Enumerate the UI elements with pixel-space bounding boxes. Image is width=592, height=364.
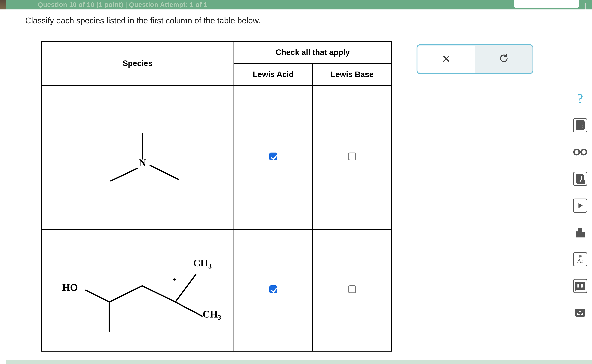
svg-point-19 xyxy=(574,150,579,155)
svg-line-5 xyxy=(109,286,142,302)
svg-point-18 xyxy=(581,127,582,128)
play-icon xyxy=(575,201,585,211)
svg-rect-30 xyxy=(577,232,579,237)
svg-line-3 xyxy=(86,290,109,302)
checkbox-row1-base[interactable] xyxy=(348,153,356,160)
header-bar: Question 10 of 10 (1 point) | Question A… xyxy=(6,0,592,9)
svg-rect-31 xyxy=(579,229,581,237)
svg-line-27 xyxy=(584,183,585,184)
book-icon xyxy=(575,281,585,291)
atom-label-CH3-a: CH3 xyxy=(193,257,212,270)
stats-button[interactable] xyxy=(573,225,587,240)
svg-line-6 xyxy=(142,286,175,302)
reference-button[interactable] xyxy=(573,279,587,293)
species-cell-2: HO + CH3 CH3 xyxy=(41,229,234,351)
table-row: HO + CH3 CH3 xyxy=(41,229,392,351)
mail-button[interactable] xyxy=(573,306,587,320)
svg-point-20 xyxy=(581,150,586,155)
svg-rect-12 xyxy=(578,122,582,124)
header-lewis-acid: Lewis Acid xyxy=(234,63,313,85)
svg-point-34 xyxy=(579,289,581,291)
periodic-symbol-label: Ar xyxy=(577,258,583,264)
bar-chart-icon xyxy=(575,228,585,237)
glasses-button[interactable] xyxy=(573,145,587,159)
checkbox-row2-acid[interactable] xyxy=(269,285,277,293)
atom-label-CH3-b: CH3 xyxy=(202,308,221,321)
periodic-table-button[interactable]: 18 Ar xyxy=(573,252,587,266)
glasses-icon xyxy=(573,147,587,157)
svg-marker-28 xyxy=(579,203,583,208)
periodic-mass-label: 18 xyxy=(579,255,582,258)
reset-icon xyxy=(499,54,508,64)
left-stripe-decor xyxy=(0,0,6,9)
footer-bar xyxy=(6,360,592,364)
svg-line-7 xyxy=(175,274,196,302)
molecule-carbocation: HO + CH3 CH3 xyxy=(42,230,234,351)
table-row: N xyxy=(41,85,392,229)
species-cell-1: N xyxy=(41,85,234,229)
notes-icon xyxy=(575,174,585,184)
svg-line-8 xyxy=(175,302,202,316)
menu-handle-icon[interactable] xyxy=(584,3,586,9)
header-lewis-base: Lewis Base xyxy=(313,63,392,85)
svg-rect-32 xyxy=(582,233,584,236)
atom-label-N: N xyxy=(139,157,146,169)
question-body: Classify each species listed in the firs… xyxy=(6,9,592,364)
header-species: Species xyxy=(41,41,234,85)
cell-acid-1 xyxy=(234,85,313,229)
classification-table: Species Check all that apply Lewis Acid … xyxy=(41,41,392,351)
video-button[interactable] xyxy=(573,199,587,213)
feedback-panel xyxy=(417,44,533,74)
help-button[interactable]: ? xyxy=(573,91,587,106)
calculator-icon xyxy=(575,120,585,130)
cell-acid-2 xyxy=(234,229,313,351)
reset-button[interactable] xyxy=(475,45,532,73)
cell-base-2 xyxy=(313,229,392,351)
molecule-trimethylamine: N xyxy=(42,86,234,229)
question-breadcrumb: Question 10 of 10 (1 point) | Question A… xyxy=(38,1,208,8)
header-dropdown-panel[interactable] xyxy=(513,0,579,8)
svg-line-2 xyxy=(150,165,178,179)
charge-plus: + xyxy=(173,275,177,284)
question-prompt: Classify each species listed in the firs… xyxy=(25,16,261,25)
viewport: Question 10 of 10 (1 point) | Question A… xyxy=(0,0,592,364)
calculator-button[interactable] xyxy=(573,118,587,132)
atom-label-HO: HO xyxy=(62,282,78,293)
question-mark-icon: ? xyxy=(577,91,583,106)
close-icon xyxy=(442,54,451,64)
wrong-button[interactable] xyxy=(417,45,475,73)
checkbox-row1-acid[interactable] xyxy=(269,153,277,160)
checkbox-row2-base[interactable] xyxy=(348,285,356,293)
mail-icon xyxy=(575,308,585,318)
notes-button[interactable] xyxy=(573,172,587,186)
header-check-all: Check all that apply xyxy=(234,41,392,63)
side-toolbar: ? 18 Ar xyxy=(572,91,589,320)
cell-base-1 xyxy=(313,85,392,229)
svg-line-1 xyxy=(111,168,137,181)
